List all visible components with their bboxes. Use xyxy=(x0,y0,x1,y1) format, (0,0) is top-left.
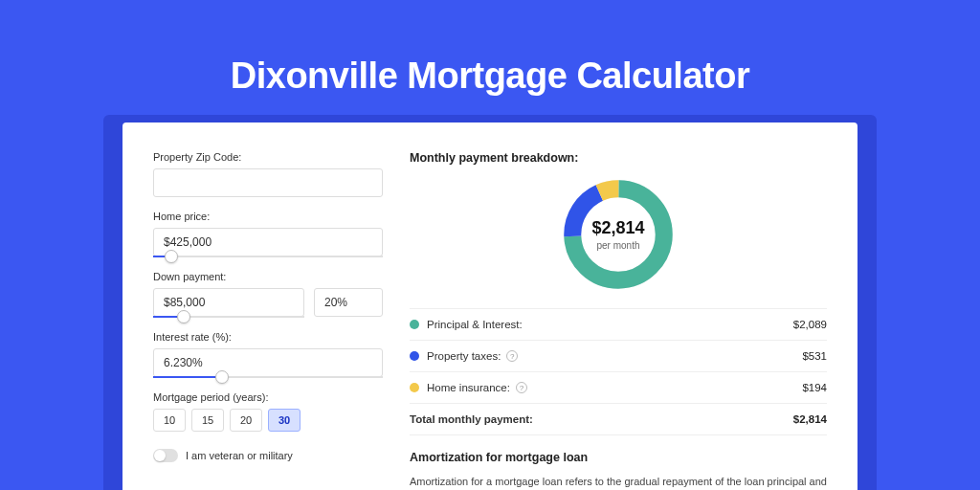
down-payment-label: Down payment: xyxy=(153,271,383,282)
breakdown-value: $194 xyxy=(802,382,827,393)
breakdown-heading: Monthly payment breakdown: xyxy=(410,151,827,165)
form-panel: Property Zip Code: Home price: Down paym… xyxy=(153,151,383,490)
down-payment-group: Down payment: xyxy=(153,271,383,318)
amortization-body: Amortization for a mortgage loan refers … xyxy=(410,474,827,490)
payment-donut-chart: $2,814 per month xyxy=(558,174,679,295)
page-title: Dixonville Mortgage Calculator xyxy=(0,0,980,97)
home-price-group: Home price: xyxy=(153,211,383,257)
total-label: Total monthly payment: xyxy=(410,413,793,425)
breakdown-row: Property taxes: ?$531 xyxy=(410,341,827,372)
veteran-label: I am veteran or military xyxy=(186,450,293,461)
zip-input[interactable] xyxy=(153,168,383,197)
period-button-10[interactable]: 10 xyxy=(153,409,186,432)
donut-sublabel: per month xyxy=(596,240,639,251)
total-value: $2,814 xyxy=(793,413,827,425)
donut-center: $2,814 per month xyxy=(558,174,679,295)
breakdown-label: Home insurance: ? xyxy=(427,382,802,393)
calculator-card: Property Zip Code: Home price: Down paym… xyxy=(122,122,858,490)
veteran-row: I am veteran or military xyxy=(153,449,383,462)
period-buttons: 10152030 xyxy=(153,409,383,432)
amortization-section: Amortization for mortgage loan Amortizat… xyxy=(410,451,827,490)
mortgage-period-label: Mortgage period (years): xyxy=(153,391,383,403)
home-price-slider[interactable] xyxy=(153,256,383,257)
down-payment-slider[interactable] xyxy=(153,316,304,318)
down-payment-percent-input[interactable] xyxy=(314,288,383,317)
home-price-input[interactable] xyxy=(153,228,383,256)
legend-dot-icon xyxy=(410,383,419,392)
breakdown-row: Home insurance: ?$194 xyxy=(410,372,827,404)
down-payment-amount-input[interactable] xyxy=(153,288,304,317)
period-button-15[interactable]: 15 xyxy=(191,409,224,432)
info-icon[interactable]: ? xyxy=(506,350,518,362)
zip-group: Property Zip Code: xyxy=(153,151,383,197)
legend-dot-icon xyxy=(410,320,419,329)
legend-dot-icon xyxy=(410,351,419,361)
breakdown-value: $2,089 xyxy=(793,319,827,330)
results-panel: Monthly payment breakdown: $2,814 per mo… xyxy=(410,151,827,490)
veteran-toggle[interactable] xyxy=(153,449,178,462)
home-price-label: Home price: xyxy=(153,211,383,222)
info-icon[interactable]: ? xyxy=(516,382,527,393)
interest-rate-input[interactable] xyxy=(153,348,383,377)
donut-amount: $2,814 xyxy=(591,218,644,238)
amortization-heading: Amortization for mortgage loan xyxy=(410,451,827,464)
breakdown-table: Principal & Interest:$2,089Property taxe… xyxy=(410,308,827,435)
interest-rate-group: Interest rate (%): xyxy=(153,331,383,378)
breakdown-value: $531 xyxy=(802,350,827,362)
interest-rate-slider[interactable] xyxy=(153,376,383,378)
breakdown-row: Principal & Interest:$2,089 xyxy=(410,309,827,341)
zip-label: Property Zip Code: xyxy=(153,151,383,163)
page-background: Dixonville Mortgage Calculator Property … xyxy=(0,0,980,490)
period-button-30[interactable]: 30 xyxy=(268,409,301,432)
interest-rate-label: Interest rate (%): xyxy=(153,331,383,343)
mortgage-period-group: Mortgage period (years): 10152030 xyxy=(153,391,383,432)
breakdown-total-row: Total monthly payment:$2,814 xyxy=(410,404,827,435)
period-button-20[interactable]: 20 xyxy=(230,409,262,432)
donut-wrap: $2,814 per month xyxy=(410,170,827,308)
breakdown-label: Principal & Interest: xyxy=(427,319,793,330)
breakdown-label: Property taxes: ? xyxy=(427,350,802,362)
